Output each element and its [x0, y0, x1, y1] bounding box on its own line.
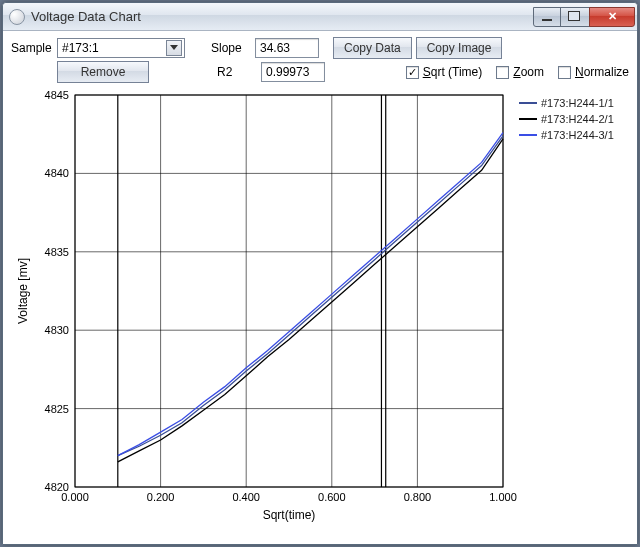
legend: #173:H244-1/1#173:H244-2/1#173:H244-3/1 [519, 95, 614, 143]
svg-text:0.800: 0.800 [404, 491, 432, 503]
copy-image-button[interactable]: Copy Image [416, 37, 503, 59]
close-button[interactable]: ✕ [589, 7, 635, 27]
title-bar: Voltage Data Chart ✕ [3, 3, 637, 31]
minimize-button[interactable] [533, 7, 561, 27]
sample-dropdown-value: #173:1 [62, 41, 99, 55]
window-controls: ✕ [534, 7, 637, 27]
svg-marker-0 [170, 45, 178, 50]
svg-text:4830: 4830 [45, 324, 69, 336]
svg-rect-1 [75, 95, 503, 487]
svg-text:4820: 4820 [45, 481, 69, 493]
zoom-checkbox[interactable]: Zoom [496, 65, 544, 79]
normalize-label: Normalize [575, 65, 629, 79]
sample-label: Sample [11, 41, 53, 55]
svg-text:4835: 4835 [45, 246, 69, 258]
r2-field[interactable] [261, 62, 325, 82]
legend-swatch [519, 134, 537, 136]
legend-item: #173:H244-1/1 [519, 95, 614, 111]
app-window: Voltage Data Chart ✕ Sample #173:1 Slope… [2, 2, 638, 545]
chevron-down-icon [166, 40, 182, 56]
legend-item: #173:H244-3/1 [519, 127, 614, 143]
normalize-checkbox[interactable]: Normalize [558, 65, 629, 79]
svg-text:0.600: 0.600 [318, 491, 346, 503]
sample-dropdown[interactable]: #173:1 [57, 38, 185, 58]
legend-swatch [519, 118, 537, 120]
chart-panel: 0.0000.2000.4000.6000.8001.0004820482548… [3, 87, 637, 544]
r2-label: R2 [217, 65, 257, 79]
slope-field[interactable] [255, 38, 319, 58]
svg-text:Voltage [mv]: Voltage [mv] [16, 258, 30, 324]
legend-label: #173:H244-2/1 [541, 113, 614, 125]
maximize-button[interactable] [560, 7, 590, 27]
zoom-label: Zoom [513, 65, 544, 79]
copy-data-button[interactable]: Copy Data [333, 37, 412, 59]
svg-text:4840: 4840 [45, 167, 69, 179]
sqrt-time-checkbox[interactable]: ✓ Sqrt (Time) [406, 65, 483, 79]
svg-text:4825: 4825 [45, 403, 69, 415]
app-icon [9, 9, 25, 25]
legend-swatch [519, 102, 537, 104]
window-title: Voltage Data Chart [31, 9, 141, 24]
voltage-chart: 0.0000.2000.4000.6000.8001.0004820482548… [3, 87, 639, 543]
svg-text:1.000: 1.000 [489, 491, 517, 503]
legend-label: #173:H244-1/1 [541, 97, 614, 109]
svg-text:0.400: 0.400 [232, 491, 260, 503]
svg-text:0.200: 0.200 [147, 491, 175, 503]
toolbar-row-2: Remove R2 ✓ Sqrt (Time) Zoom Normalize [3, 61, 637, 87]
sqrt-time-label: Sqrt (Time) [423, 65, 483, 79]
remove-button[interactable]: Remove [57, 61, 149, 83]
slope-label: Slope [211, 41, 251, 55]
legend-item: #173:H244-2/1 [519, 111, 614, 127]
svg-text:4845: 4845 [45, 89, 69, 101]
legend-label: #173:H244-3/1 [541, 129, 614, 141]
toolbar-row-1: Sample #173:1 Slope Copy Data Copy Image [3, 31, 637, 61]
svg-text:Sqrt(time): Sqrt(time) [263, 508, 316, 522]
